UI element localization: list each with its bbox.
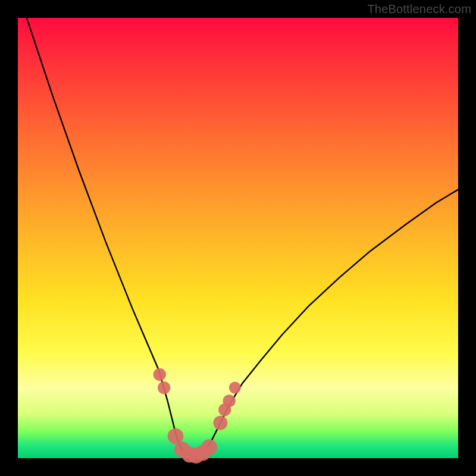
curve-marker xyxy=(223,394,236,407)
curve-marker xyxy=(229,382,241,394)
chart-svg xyxy=(18,18,458,458)
curve-markers xyxy=(154,368,241,464)
curve-marker xyxy=(202,439,218,455)
curve-marker xyxy=(158,381,170,394)
curve-marker xyxy=(213,416,227,430)
bottleneck-curve xyxy=(27,18,458,456)
plot-area xyxy=(18,18,458,458)
chart-frame: TheBottleneck.com xyxy=(0,0,476,476)
watermark-text: TheBottleneck.com xyxy=(367,2,471,16)
curve-marker xyxy=(154,368,166,381)
